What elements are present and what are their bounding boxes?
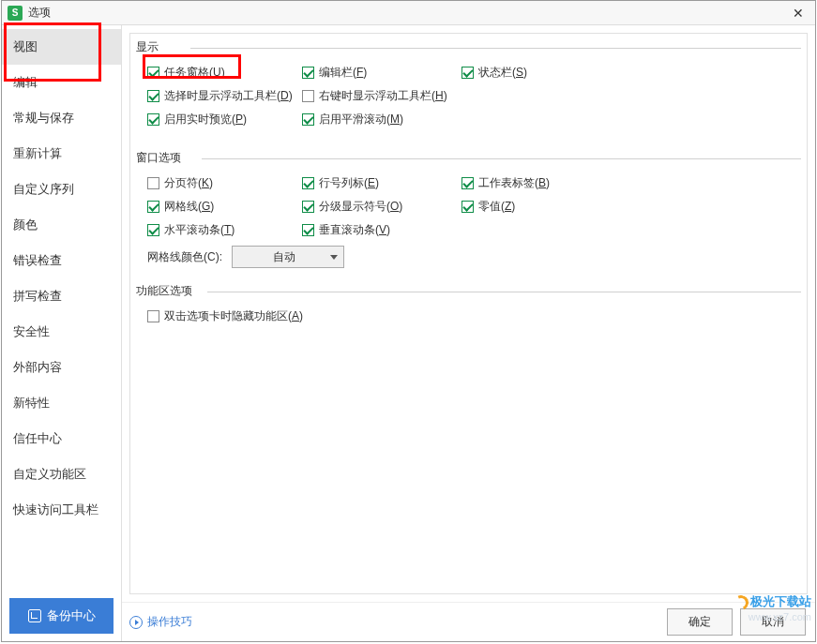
checkbox-icon [147, 90, 159, 102]
checkbox-icon [147, 67, 159, 79]
checkbox-label: 分页符(K) [164, 175, 213, 191]
checkbox-icon [461, 177, 474, 189]
legend-ribbon: 功能区选项 [136, 283, 801, 299]
cancel-button[interactable]: 取消 [740, 608, 806, 636]
checkbox-label: 分级显示符号(O) [319, 199, 402, 215]
checkbox-icon [302, 113, 314, 126]
checkbox-label: 零值(Z) [478, 199, 515, 215]
window-cb-6[interactable]: 水平滚动条(T) [147, 222, 235, 238]
checkbox-icon [147, 113, 159, 126]
sidebar-item-8[interactable]: 安全性 [2, 314, 121, 350]
checkbox-label: 网格线(G) [164, 199, 214, 215]
grid-color-value: 自动 [238, 249, 330, 265]
app-icon: S [8, 6, 23, 21]
legend-display: 显示 [136, 39, 801, 55]
sidebar-item-4[interactable]: 自定义序列 [2, 172, 121, 207]
sidebar-item-6[interactable]: 错误检查 [2, 243, 121, 278]
display-cb-1[interactable]: 编辑栏(F) [302, 65, 367, 81]
window-cb-1[interactable]: 行号列标(E) [302, 175, 379, 191]
checkbox-icon [147, 177, 159, 189]
sidebar-item-2[interactable]: 常规与保存 [2, 100, 121, 136]
checkbox-label: 编辑栏(F) [319, 65, 367, 81]
grid-color-label: 网格线颜色(C): [147, 249, 222, 265]
checkbox-label: 任务窗格(U) [164, 65, 225, 81]
window-cb-2[interactable]: 工作表标签(B) [461, 175, 550, 191]
sidebar-item-0[interactable]: 视图 [2, 29, 121, 65]
display-cb-3[interactable]: 选择时显示浮动工具栏(D) [147, 88, 293, 104]
sidebar-item-12[interactable]: 自定义功能区 [2, 457, 121, 492]
sidebar-item-9[interactable]: 外部内容 [2, 350, 121, 385]
sidebar-item-13[interactable]: 快速访问工具栏 [2, 492, 121, 528]
checkbox-label: 双击选项卡时隐藏功能区(A) [164, 308, 303, 324]
sidebar-item-7[interactable]: 拼写检查 [2, 278, 121, 314]
checkbox-icon [302, 177, 314, 189]
checkbox-icon [147, 310, 159, 322]
display-cb-2[interactable]: 状态栏(S) [461, 65, 527, 81]
tips-link[interactable]: 操作技巧 [129, 614, 192, 630]
checkbox-icon [302, 90, 314, 102]
ok-button[interactable]: 确定 [667, 608, 733, 636]
options-panel: 显示 任务窗格(U)编辑栏(F)状态栏(S)选择时显示浮动工具栏(D)右键时显示… [129, 33, 808, 594]
checkbox-icon [461, 201, 474, 213]
checkbox-label: 垂直滚动条(V) [319, 222, 390, 238]
play-icon [129, 616, 143, 629]
fieldset-display: 显示 任务窗格(U)编辑栏(F)状态栏(S)选择时显示浮动工具栏(D)右键时显示… [136, 39, 801, 139]
display-cb-0[interactable]: 任务窗格(U) [147, 65, 225, 81]
sidebar-item-11[interactable]: 信任中心 [2, 421, 121, 457]
checkbox-icon [302, 67, 314, 79]
sidebar: 视图编辑常规与保存重新计算自定义序列颜色错误检查拼写检查安全性外部内容新特性信任… [2, 25, 122, 641]
close-icon[interactable]: ✕ [787, 4, 809, 22]
checkbox-label: 状态栏(S) [478, 65, 527, 81]
window-cb-0[interactable]: 分页符(K) [147, 175, 213, 191]
backup-icon [28, 609, 41, 622]
sidebar-item-1[interactable]: 编辑 [2, 65, 121, 100]
display-cb-4[interactable]: 右键时显示浮动工具栏(H) [302, 88, 447, 104]
checkbox-label: 工作表标签(B) [478, 175, 550, 191]
backup-label: 备份中心 [47, 607, 96, 624]
checkbox-label: 右键时显示浮动工具栏(H) [319, 88, 447, 104]
backup-center-button[interactable]: 备份中心 [9, 598, 113, 634]
checkbox-label: 启用平滑滚动(M) [319, 112, 403, 127]
display-cb-6[interactable]: 启用平滑滚动(M) [302, 112, 403, 127]
checkbox-icon [302, 201, 314, 213]
display-cb-5[interactable]: 启用实时预览(P) [147, 112, 247, 127]
checkbox-label: 水平滚动条(T) [164, 222, 235, 238]
ribbon-cb-0[interactable]: 双击选项卡时隐藏功能区(A) [147, 308, 303, 324]
checkbox-icon [461, 67, 474, 79]
checkbox-label: 选择时显示浮动工具栏(D) [164, 88, 293, 104]
titlebar: S 选项 ✕ [2, 1, 815, 25]
checkbox-label: 启用实时预览(P) [164, 112, 247, 127]
window-cb-7[interactable]: 垂直滚动条(V) [302, 222, 390, 238]
sidebar-item-5[interactable]: 颜色 [2, 207, 121, 243]
checkbox-icon [302, 224, 314, 236]
sidebar-item-10[interactable]: 新特性 [2, 385, 121, 421]
content: 视图编辑常规与保存重新计算自定义序列颜色错误检查拼写检查安全性外部内容新特性信任… [2, 25, 815, 641]
tips-label: 操作技巧 [147, 614, 192, 630]
chevron-down-icon [330, 255, 338, 260]
sidebar-item-3[interactable]: 重新计算 [2, 136, 121, 172]
window-title: 选项 [28, 5, 787, 21]
checkbox-icon [147, 224, 159, 236]
fieldset-ribbon: 功能区选项 双击选项卡时隐藏功能区(A) [136, 283, 801, 337]
checkbox-icon [147, 201, 159, 213]
legend-window-options: 窗口选项 [136, 150, 801, 166]
checkbox-label: 行号列标(E) [319, 175, 379, 191]
grid-color-select[interactable]: 自动 [232, 246, 344, 268]
options-dialog: S 选项 ✕ 视图编辑常规与保存重新计算自定义序列颜色错误检查拼写检查安全性外部… [1, 0, 816, 642]
window-cb-5[interactable]: 零值(Z) [461, 199, 515, 215]
fieldset-window-options: 窗口选项 分页符(K)行号列标(E)工作表标签(B)网格线(G)分级显示符号(O… [136, 150, 801, 272]
main: 显示 任务窗格(U)编辑栏(F)状态栏(S)选择时显示浮动工具栏(D)右键时显示… [122, 25, 815, 641]
footer: 操作技巧 确定 取消 [122, 602, 815, 641]
window-cb-4[interactable]: 分级显示符号(O) [302, 199, 402, 215]
window-cb-3[interactable]: 网格线(G) [147, 199, 214, 215]
